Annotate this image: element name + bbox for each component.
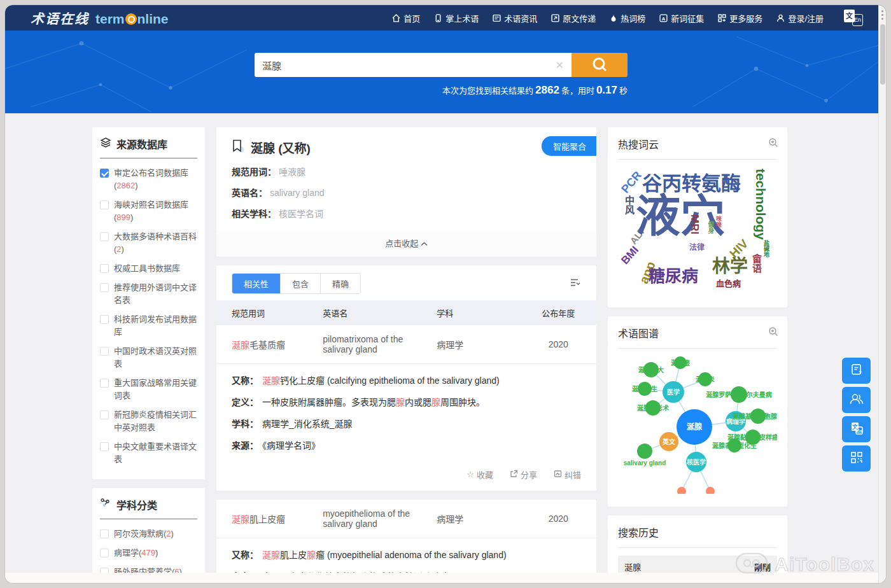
svg-text:涎腺瘘: 涎腺瘘 — [671, 359, 691, 367]
checkbox[interactable] — [100, 264, 109, 273]
search-input[interactable]: 涎腺 ✕ — [255, 53, 572, 77]
checkbox[interactable] — [100, 315, 109, 324]
source-db-item[interactable]: 科技新词发布试用数据库() — [100, 310, 197, 342]
cloud-word[interactable]: 林学 — [712, 258, 748, 276]
source-db-item[interactable]: 海峡对照名词数据库(899) — [100, 195, 197, 227]
checkbox[interactable] — [100, 442, 109, 451]
cloud-word[interactable]: 血色病 — [716, 279, 741, 288]
cloud-word[interactable]: MRI — [689, 214, 700, 234]
result-english: myoepithelioma of the salivary gland — [323, 508, 437, 529]
checkbox-checked[interactable] — [100, 169, 109, 178]
cloud-word[interactable]: 中风 — [624, 195, 634, 214]
contact-button[interactable] — [842, 387, 871, 413]
scrollbar-dots — [881, 10, 883, 20]
term-graph-card: 术语图谱 涎腺医学病理学核医学英文salivary gland涎腺肿大涎腺瘘涎腺… — [608, 316, 787, 507]
source-db-item[interactable]: 大数据多语种术语百科(2) — [100, 227, 197, 259]
nav-item-more[interactable]: 更多服务 — [718, 12, 762, 24]
nav-item-mobile[interactable]: 掌上术语 — [434, 12, 479, 24]
cloud-word[interactable]: 咪唑 — [715, 216, 721, 227]
svg-text:涎腺肿大: 涎腺肿大 — [638, 366, 664, 374]
source-db-item[interactable]: 重大国家战略常用关键词表() — [100, 374, 197, 405]
qrcode-button[interactable] — [842, 445, 871, 472]
cloud-word[interactable]: technology — [754, 169, 768, 240]
zoom-in-icon[interactable] — [768, 326, 778, 339]
collapse-toggle[interactable]: 点击收起 — [216, 230, 596, 256]
cloud-word[interactable]: 糖尿病 — [649, 268, 698, 284]
sort-icon[interactable] — [570, 278, 581, 290]
checkbox[interactable] — [100, 379, 109, 388]
clear-search-icon[interactable]: ✕ — [556, 59, 564, 71]
source-db-item[interactable]: 权威工具书数据库() — [100, 259, 197, 278]
result-details: 又称：涎腺钙化上皮瘤 (calcifying epithelioma of th… — [216, 363, 596, 465]
checkbox[interactable] — [100, 549, 109, 557]
checkbox[interactable] — [100, 232, 109, 241]
cloud-word[interactable]: 健身 — [707, 221, 713, 234]
col-header-year: 公布年度 — [521, 307, 596, 319]
tab-relevance[interactable]: 相关性 — [232, 274, 281, 293]
nav-item-home[interactable]: 首页 — [392, 12, 420, 24]
report-error-button[interactable]: 纠错 — [554, 468, 581, 480]
subject-item[interactable]: 阿尔茨海默病(2) — [100, 524, 197, 543]
source-db-item[interactable]: 推荐使用外语词中文译名表() — [100, 278, 197, 310]
checkbox[interactable] — [100, 529, 109, 538]
language-switch-icon[interactable]: 文 En — [844, 10, 863, 26]
logo-o-icon — [125, 13, 137, 25]
favorite-button[interactable]: ☆收藏 — [467, 468, 493, 480]
result-count: 2862 — [533, 84, 561, 96]
result-term[interactable]: 涎腺毛基质瘤 — [216, 338, 323, 351]
left-sidebar: 来源数据库 审定公布名词数据库(2862) 海峡对照名词数据库(899) 大数据… — [92, 127, 205, 583]
cloud-word[interactable]: 盐碱地 — [763, 240, 769, 257]
site-logo[interactable]: 术语在线 termnline — [31, 8, 169, 27]
word-cloud[interactable]: PCR谷丙转氨酶technology中风ALTBMIapp液穴MRI健身咪唑法律… — [618, 165, 777, 297]
floating-toolbar: ? 文En — [842, 358, 871, 472]
nav-item-news[interactable]: 术语资讯 — [493, 12, 537, 24]
search-query-text: 涎腺 — [262, 59, 556, 72]
results-card: 涎腺肌上皮瘤 myoepithelioma of the salivary gl… — [216, 500, 596, 583]
subject-header: 学科分类 — [100, 497, 197, 519]
share-button[interactable]: 分享 — [510, 468, 537, 480]
field-standard-term: 规范用词： 唾液腺 — [232, 165, 581, 178]
col-header-english: 英语名 — [323, 307, 437, 319]
source-db-item[interactable]: 审定公布名词数据库(2862) — [100, 164, 197, 195]
new-word-icon: A — [659, 14, 668, 22]
layers-icon — [100, 137, 111, 151]
nav-item-fulltext[interactable]: 原文传递 — [551, 12, 596, 24]
cloud-word[interactable]: BMI — [619, 244, 640, 267]
source-db-item[interactable]: 中国时政术语汉英对照表() — [100, 342, 197, 374]
translate-button[interactable]: 文En — [842, 416, 871, 442]
result-row[interactable]: 涎腺肌上皮瘤 myoepithelioma of the salivary gl… — [216, 500, 596, 538]
source-db-item[interactable]: 新冠肺炎疫情相关词汇中英对照表() — [100, 405, 197, 437]
checkbox[interactable] — [100, 200, 109, 209]
result-term[interactable]: 涎腺肌上皮瘤 — [216, 512, 323, 525]
term-graph[interactable]: 涎腺医学病理学核医学英文salivary gland涎腺肿大涎腺瘘涎腺炎涎腺增生… — [618, 353, 777, 496]
subject-item[interactable]: 病理学(479) — [100, 543, 197, 563]
checkbox[interactable] — [100, 347, 109, 356]
term-graph-svg: 涎腺医学病理学核医学英文salivary gland涎腺肿大涎腺瘘涎腺炎涎腺增生… — [618, 353, 777, 494]
cloud-word[interactable]: 畲语 — [752, 254, 761, 273]
source-db-item[interactable]: 中央文献重要术语译文表() — [100, 437, 197, 469]
search-result-stats: 本次为您找到相关结果约2862条，用时0.17秒 — [255, 84, 628, 97]
nav-item-newword[interactable]: A 新词征集 — [659, 12, 704, 24]
contact-icon — [849, 392, 864, 408]
tab-contains[interactable]: 包含 — [281, 274, 321, 293]
checkbox[interactable] — [100, 283, 109, 292]
translate-icon: 文En — [849, 421, 864, 438]
checkbox[interactable] — [100, 410, 109, 419]
cloud-word[interactable]: 谷丙转氨酶 — [642, 174, 741, 193]
scrollbar[interactable] — [878, 5, 886, 583]
cloud-word[interactable]: 法律 — [689, 244, 705, 251]
scrollbar-thumb[interactable] — [880, 24, 885, 85]
smart-aggregate-button[interactable]: 智能聚合 — [542, 136, 596, 156]
logo-chinese: 术语在线 — [31, 8, 89, 27]
top-navbar: 术语在线 termnline 首页 掌上术语 术语资讯 原文传递 热词榜 — [5, 5, 886, 31]
nav-item-hotwords[interactable]: 热词榜 — [610, 12, 645, 24]
nav-item-login[interactable]: 登录/注册 — [776, 12, 824, 24]
zoom-in-icon[interactable] — [768, 137, 778, 150]
detail-subject: 学科：病理学_消化系统_涎腺 — [232, 417, 581, 431]
tab-exact[interactable]: 精确 — [321, 274, 360, 293]
result-row[interactable]: 涎腺毛基质瘤 pilomatrixoma of the salivary gla… — [216, 325, 596, 363]
feedback-button[interactable]: ? — [842, 358, 871, 384]
word-cloud-title: 热搜词云 — [618, 136, 777, 160]
svg-text:En: En — [856, 429, 862, 433]
search-button[interactable] — [572, 53, 628, 77]
